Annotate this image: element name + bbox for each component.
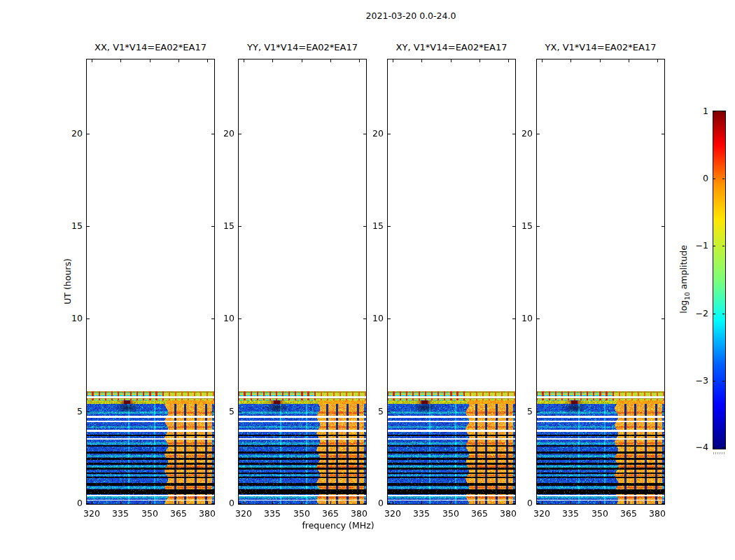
y-tick-label: 0	[510, 498, 533, 508]
axis-tick	[542, 501, 542, 504]
colorbar-label-text: log10 amplitude	[678, 245, 691, 314]
colorbar-tick	[713, 447, 715, 448]
axis-tick	[120, 501, 121, 504]
y-tick-label: 5	[361, 406, 384, 416]
axis-tick	[388, 503, 391, 504]
colorbar-tick	[722, 381, 724, 382]
colorbar-underflow-dots	[713, 452, 725, 454]
y-tick-label: 15	[361, 220, 384, 231]
colorbar-tick	[713, 178, 715, 179]
axis-tick	[600, 501, 601, 504]
panel-title-xy: XY, V1*V14=EA02*EA17	[387, 42, 516, 55]
axis-tick	[92, 501, 92, 504]
y-tick-label: 0	[361, 498, 384, 508]
colorbar-tick-label: 0	[687, 174, 708, 183]
x-tick-label: 350	[288, 508, 316, 519]
x-tick-label: 320	[78, 508, 106, 519]
axis-tick	[421, 59, 422, 62]
spectrogram-canvas-xy	[388, 59, 515, 504]
x-tick-label: 380	[345, 508, 373, 519]
y-tick-label: 15	[212, 220, 234, 231]
axis-tick	[657, 59, 658, 62]
axis-tick	[388, 134, 391, 134]
axis-tick	[120, 59, 121, 62]
colorbar-tick	[722, 314, 724, 314]
figure: 2021-03-20 0.0-24.0 XX, V1*V14=EA02*EA17…	[0, 0, 735, 560]
y-tick-label: 10	[510, 313, 533, 323]
x-tick-label: 365	[164, 508, 192, 519]
y-tick-label: 20	[510, 128, 533, 139]
axis-tick	[178, 59, 179, 62]
axis-tick	[662, 318, 664, 319]
panel-xx	[86, 59, 215, 505]
y-tick-label: 0	[60, 498, 83, 508]
colorbar-tick-label: −4	[687, 442, 708, 452]
axis-tick	[451, 501, 451, 504]
axis-tick	[244, 59, 244, 62]
axis-tick	[207, 59, 208, 62]
axis-tick	[662, 226, 664, 227]
axis-tick	[657, 501, 658, 504]
axis-tick	[330, 59, 331, 62]
axis-tick	[537, 412, 540, 412]
axis-tick	[508, 501, 509, 504]
spectrogram-canvas-yx	[537, 59, 664, 504]
axis-tick	[239, 134, 241, 134]
colorbar-gradient	[713, 111, 726, 449]
colorbar-tick	[713, 314, 715, 314]
axis-tick	[570, 501, 571, 504]
axis-tick	[330, 501, 331, 504]
colorbar-tick	[722, 111, 724, 112]
axis-tick	[302, 59, 302, 62]
y-tick-label: 20	[361, 128, 384, 139]
axis-tick	[87, 412, 90, 412]
x-tick-label: 380	[494, 508, 522, 519]
axis-tick	[359, 501, 360, 504]
axis-tick	[302, 501, 302, 504]
x-tick-label: 350	[136, 508, 164, 519]
x-tick-label: 350	[437, 508, 465, 519]
x-tick-label: 335	[106, 508, 134, 519]
y-tick-label: 0	[212, 498, 234, 508]
axis-tick	[479, 501, 480, 504]
x-tick-label: 365	[316, 508, 344, 519]
panel-title-yy: YY, V1*V14=EA02*EA17	[238, 42, 367, 55]
y-tick-label: 10	[361, 313, 384, 323]
axis-tick	[451, 59, 451, 62]
axis-tick	[87, 503, 90, 504]
x-tick-label: 320	[379, 508, 407, 519]
colorbar-tick	[713, 246, 715, 246]
axis-tick	[393, 501, 393, 504]
spectrogram-canvas-yy	[239, 59, 366, 504]
colorbar-tick-label: −3	[687, 376, 708, 386]
axis-tick	[239, 503, 241, 504]
axis-tick	[570, 59, 571, 62]
axis-tick	[537, 226, 540, 227]
y-tick-label: 5	[212, 406, 234, 416]
x-tick-label: 335	[258, 508, 286, 519]
y-tick-label: 20	[212, 128, 234, 139]
axis-tick	[239, 226, 241, 227]
axis-tick	[537, 503, 540, 504]
y-tick-label: 20	[60, 128, 83, 139]
axis-tick	[388, 226, 391, 227]
x-tick-label: 380	[643, 508, 671, 519]
colorbar-tick	[722, 246, 724, 246]
x-tick-label: 380	[193, 508, 221, 519]
axis-tick	[92, 59, 92, 62]
axis-tick	[87, 134, 90, 134]
x-axis-label: frequency (MHz)	[268, 520, 408, 531]
x-tick-label: 335	[407, 508, 435, 519]
panel-title-xx: XX, V1*V14=EA02*EA17	[86, 42, 215, 55]
axis-tick	[537, 134, 540, 134]
axis-tick	[388, 412, 391, 412]
axis-tick	[629, 59, 629, 62]
colorbar-tick	[722, 447, 724, 448]
axis-tick	[662, 134, 664, 134]
colorbar-tick	[722, 178, 724, 179]
axis-tick	[388, 318, 391, 319]
axis-tick	[537, 318, 540, 319]
spectrogram-canvas-xx	[87, 59, 214, 504]
x-tick-label: 350	[586, 508, 614, 519]
y-tick-label: 15	[510, 220, 533, 231]
